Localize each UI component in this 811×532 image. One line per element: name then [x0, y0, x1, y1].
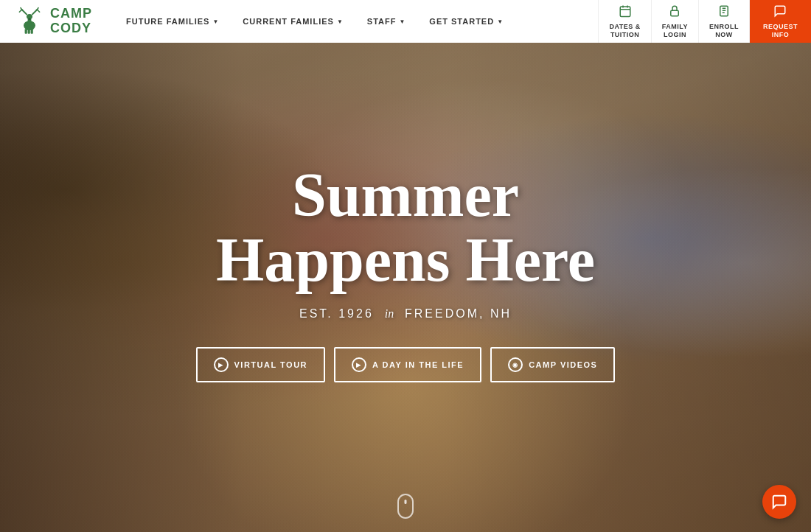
- svg-point-12: [28, 18, 30, 20]
- hero-content: Summer Happens Here EST. 1926 in FREEDOM…: [0, 43, 811, 532]
- request-info-button[interactable]: REQUEST INFO: [749, 0, 811, 43]
- play-icon: ▶: [352, 357, 366, 372]
- svg-rect-11: [31, 29, 33, 33]
- dates-tuition-button[interactable]: DATES & TUITION: [598, 0, 650, 43]
- svg-line-5: [21, 8, 22, 10]
- logo-text: CAMP CODY: [50, 7, 92, 36]
- chevron-down-icon: ▼: [399, 18, 406, 25]
- scroll-mouse-icon: [397, 494, 414, 519]
- svg-line-3: [22, 10, 27, 14]
- nav-actions: DATES & TUITION FAMILY LOGIN ENROLL NO: [598, 0, 811, 43]
- nav-future-families[interactable]: FUTURE FAMILIES ▼: [114, 0, 231, 43]
- nav-current-families[interactable]: CURRENT FAMILIES ▼: [231, 0, 355, 43]
- chat-bubble-icon: [771, 494, 787, 510]
- nav-links: FUTURE FAMILIES ▼ CURRENT FAMILIES ▼ STA…: [114, 0, 598, 43]
- clipboard-icon: [717, 4, 731, 21]
- hero-title: Summer Happens Here: [216, 163, 595, 293]
- lock-icon: [668, 4, 681, 21]
- svg-line-8: [37, 8, 38, 10]
- virtual-tour-button[interactable]: ▶ VIRTUAL TOUR: [196, 347, 326, 382]
- calendar-icon: [619, 4, 632, 21]
- svg-line-6: [32, 10, 37, 14]
- hero-buttons: ▶ VIRTUAL TOUR ▶ A DAY IN THE LIFE ◉ CAM…: [196, 347, 616, 382]
- chevron-down-icon: ▼: [212, 18, 219, 25]
- chat-icon: [773, 4, 787, 21]
- chat-button[interactable]: [762, 485, 796, 519]
- scroll-indicator: [397, 494, 414, 519]
- chevron-down-icon: ▼: [497, 18, 504, 25]
- svg-rect-13: [620, 7, 630, 17]
- svg-rect-9: [25, 29, 27, 33]
- moose-icon: [15, 7, 44, 36]
- chevron-down-icon: ▼: [337, 18, 344, 25]
- day-in-life-button[interactable]: ▶ A DAY IN THE LIFE: [334, 347, 481, 382]
- play-icon: ▶: [214, 357, 229, 372]
- svg-rect-10: [28, 29, 30, 33]
- nav-get-started[interactable]: GET STARTED ▼: [417, 0, 515, 43]
- svg-rect-17: [671, 10, 679, 16]
- family-login-button[interactable]: FAMILY LOGIN: [651, 0, 698, 43]
- enroll-now-button[interactable]: ENROLL NOW: [698, 0, 749, 43]
- logo[interactable]: CAMP CODY: [15, 7, 92, 36]
- hero-subtitle: EST. 1926 in FREEDOM, NH: [299, 307, 512, 321]
- camp-videos-button[interactable]: ◉ CAMP VIDEOS: [490, 347, 615, 382]
- camera-icon: ◉: [508, 357, 523, 372]
- navigation: CAMP CODY FUTURE FAMILIES ▼ CURRENT FAMI…: [0, 0, 811, 43]
- nav-staff[interactable]: STAFF ▼: [355, 0, 418, 43]
